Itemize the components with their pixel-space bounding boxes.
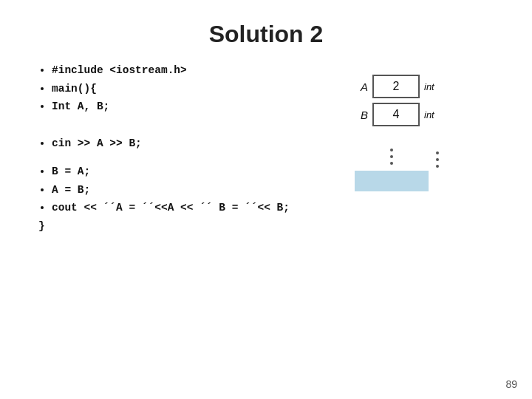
dot-r-1 [436,151,439,154]
diagram-section: A 2 int B 4 int [347,61,510,236]
code-line-2: main(){ [52,80,347,98]
var-a-value: 2 [393,80,400,93]
page-title: Solution 2 [0,0,532,61]
var-a-type: int [424,81,434,92]
page-number: 89 [505,378,517,390]
dots-right [436,150,439,168]
var-b-box: 4 [372,103,420,126]
var-row-b: B 4 int [355,103,434,126]
var-b-label: B [355,109,368,121]
code-line-5: cin >> A >> B; [52,134,347,153]
code-line-7: A = B; [52,181,347,200]
code-line-3: Int A, B; [52,98,347,116]
var-b-type: int [424,109,434,120]
code-line-4 [52,116,347,134]
var-a-box: 2 [372,75,420,98]
dots-left [390,147,393,165]
dot-r-3 [436,165,439,168]
dot-r-2 [436,158,439,161]
dot-1 [390,149,393,151]
dot-3 [390,162,393,165]
code-line-8: cout << ´´A = ´´<<A << ´´ B = ´´<< B; [52,199,347,217]
code-section: #include <iostream.h> main(){ Int A, B; … [35,61,347,236]
dot-2 [390,155,393,158]
var-a-label: A [355,81,368,93]
var-row-a: A 2 int [355,75,434,98]
highlight-box [355,171,429,191]
code-line-6: B = A; [52,163,347,181]
code-line-1: #include <iostream.h> [52,61,347,80]
var-b-value: 4 [393,108,400,121]
dots-area [355,147,439,191]
var-table: A 2 int B 4 int [355,75,434,126]
closing-brace: } [35,217,347,236]
